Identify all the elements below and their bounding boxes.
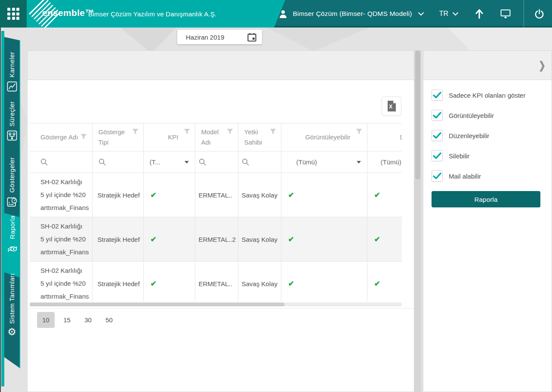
upload-button[interactable]: [475, 9, 484, 19]
power-icon: [534, 9, 544, 19]
sidebar-accent-strip: [1, 31, 4, 386]
sidebar-item-surecler[interactable]: Süreçler: [4, 101, 19, 155]
apps-menu-button[interactable]: [0, 0, 27, 28]
checkbox-row-mail-alabilir[interactable]: Mail alabilir: [432, 170, 525, 182]
search-icon: [199, 158, 206, 166]
checkbox[interactable]: [432, 170, 443, 182]
month-picker[interactable]: Haziran 2019: [177, 30, 262, 44]
filter-model-adi[interactable]: [195, 151, 238, 173]
model-name: ERMETAL..: [195, 191, 238, 199]
check-icon: [433, 152, 441, 159]
filter-gosterge-adi[interactable]: [30, 151, 92, 173]
collapse-panel-chevron-right-icon[interactable]: ❯: [539, 59, 546, 71]
table-filter-row: (T... (Tümü) (Tümü): [30, 151, 402, 173]
user-icon: [279, 9, 287, 18]
table-header-row: Gösterge Adı Gösterge Tipi KPI Model Adı: [30, 123, 402, 151]
column-header-yetki-sahibi[interactable]: Yetki Sahibi: [238, 123, 281, 151]
table-row[interactable]: SH-02 Karlılığı 5 yıl içinde %20 arttırm…: [30, 173, 402, 217]
column-header-goruntuleyebilir[interactable]: Görüntüleyebilir: [281, 123, 367, 151]
calendar-icon[interactable]: [247, 33, 256, 42]
check-icon: [288, 279, 294, 288]
user-menu[interactable]: Bimser Çözüm (Bimser- QDMS Modeli): [293, 10, 412, 18]
horizontal-scrollbar-thumb[interactable]: [30, 302, 284, 306]
filter-icon[interactable]: [132, 129, 139, 134]
chevron-down-icon[interactable]: [453, 12, 458, 16]
column-header-duzenleyebilir[interactable]: Düze: [367, 123, 402, 151]
search-icon: [99, 158, 106, 166]
chevron-down-icon[interactable]: [418, 12, 424, 16]
checkbox[interactable]: [432, 150, 443, 161]
sidebar-item-raporlar[interactable]: Raporlar: [4, 213, 20, 278]
column-header-gosterge-tipi[interactable]: Gösterge Tipi: [92, 123, 143, 151]
check-icon: [151, 279, 157, 288]
application-window: ensemble™ Bimser Çözüm Yazılım ve Danışm…: [0, 0, 552, 392]
sidebar-item-label: Sistem Tanımları: [8, 273, 15, 324]
page-size-option-15[interactable]: 15: [58, 312, 76, 328]
check-icon: [433, 132, 441, 139]
table-row[interactable]: SH-02 Karlılığı 5 yıl içinde %20 arttırm…: [30, 217, 402, 262]
column-header-gosterge-adi[interactable]: Gösterge Adı: [30, 123, 92, 151]
page-size-option-30[interactable]: 30: [79, 312, 97, 328]
sidebar-item-karneler[interactable]: Karneler: [4, 52, 19, 105]
indicator-icon: [7, 197, 17, 209]
column-header-model-adi[interactable]: Model Adı: [195, 123, 238, 151]
export-excel-button[interactable]: X: [382, 96, 401, 116]
checkbox-label: Düzenleyebilir: [449, 132, 489, 139]
filter-gosterge-tipi[interactable]: [92, 151, 143, 173]
page-size-selector: 10 15 30 50: [37, 312, 121, 328]
checkbox-row-silebilir[interactable]: Silebilir: [432, 150, 525, 161]
language-selector[interactable]: TR: [439, 10, 448, 18]
vertical-scrollbar[interactable]: [414, 50, 421, 392]
column-header-kpi[interactable]: KPI: [143, 123, 195, 151]
filter-yetki-sahibi[interactable]: [238, 151, 281, 173]
vertical-scrollbar-thumb[interactable]: [415, 50, 420, 179]
search-icon: [40, 158, 48, 166]
filter-icon[interactable]: [227, 129, 233, 134]
search-icon: [242, 158, 249, 166]
up-arrow-icon: [475, 9, 484, 19]
indicator-name: SH-02 Karlılığı 5 yıl içinde %20 arttırm…: [30, 173, 92, 217]
report-option-list: Sadece KPI olanları göster Görüntüleyebi…: [432, 90, 525, 191]
background-facet: [267, 28, 370, 51]
filter-icon[interactable]: [270, 129, 276, 134]
logout-button[interactable]: [534, 9, 544, 19]
sidebar-item-gostergeler[interactable]: Göstergeler: [4, 157, 19, 217]
filter-icon[interactable]: [80, 134, 87, 139]
display-button[interactable]: [500, 9, 511, 19]
filter-goruntuleyebilir-dropdown[interactable]: (Tümü): [281, 151, 367, 173]
indicator-type: Stratejik Hedef: [93, 236, 143, 243]
check-icon: [151, 191, 157, 200]
card-toolbar-strip: [28, 51, 414, 80]
checkbox[interactable]: [432, 130, 443, 141]
owner-name: Savaş Kolay: [238, 236, 281, 243]
brand-name: ensemble™: [42, 8, 94, 18]
brand-zone: ensemble™ Bimser Çözüm Yazılım ve Danışm…: [27, 0, 285, 28]
checkbox[interactable]: [432, 110, 443, 121]
filter-icon[interactable]: [184, 129, 190, 134]
top-header-bar: ensemble™ Bimser Çözüm Yazılım ve Danışm…: [0, 0, 552, 28]
scorecard-icon: [7, 81, 17, 93]
checkbox-row-sadece-kpi[interactable]: Sadece KPI olanları göster: [432, 90, 525, 101]
apps-grid-icon: [7, 8, 19, 20]
report-options-panel: ❯ Sadece KPI olanları göster Görüntüleye…: [423, 50, 552, 392]
filter-icon[interactable]: [356, 129, 362, 134]
check-icon: [288, 235, 294, 244]
chevron-down-icon: [357, 161, 361, 164]
sidebar-item-label: Karneler: [8, 52, 15, 77]
sidebar-item-sistem-tanimlari[interactable]: Sistem Tanımları ⚙: [4, 273, 19, 351]
page-size-option-10[interactable]: 10: [37, 312, 55, 328]
sidebar-navigation: Karneler Süreçler Göstergeler Raporlar S: [4, 37, 20, 368]
indicator-name: SH-02 Karlılığı 5 yıl içinde %20 arttırm…: [30, 217, 92, 261]
table-row[interactable]: SH-02 Karlılığı 5 yıl içinde %20 arttırm…: [30, 262, 402, 302]
filter-kpi-dropdown[interactable]: (T...: [143, 151, 195, 173]
checkbox-row-goruntuleyebilir[interactable]: Görüntüleyebilir: [432, 110, 525, 121]
filter-duzenleyebilir-dropdown[interactable]: (Tümü): [367, 151, 402, 173]
horizontal-scrollbar[interactable]: [30, 302, 402, 306]
checkbox[interactable]: [432, 90, 443, 101]
checkbox-row-duzenleyebilir[interactable]: Düzenleyebilir: [432, 130, 525, 141]
report-button[interactable]: Raporla: [432, 191, 540, 207]
check-icon: [288, 191, 294, 200]
page-size-option-50[interactable]: 50: [100, 312, 118, 328]
model-name: ERMETAL..2: [195, 236, 238, 243]
check-icon: [151, 235, 157, 244]
